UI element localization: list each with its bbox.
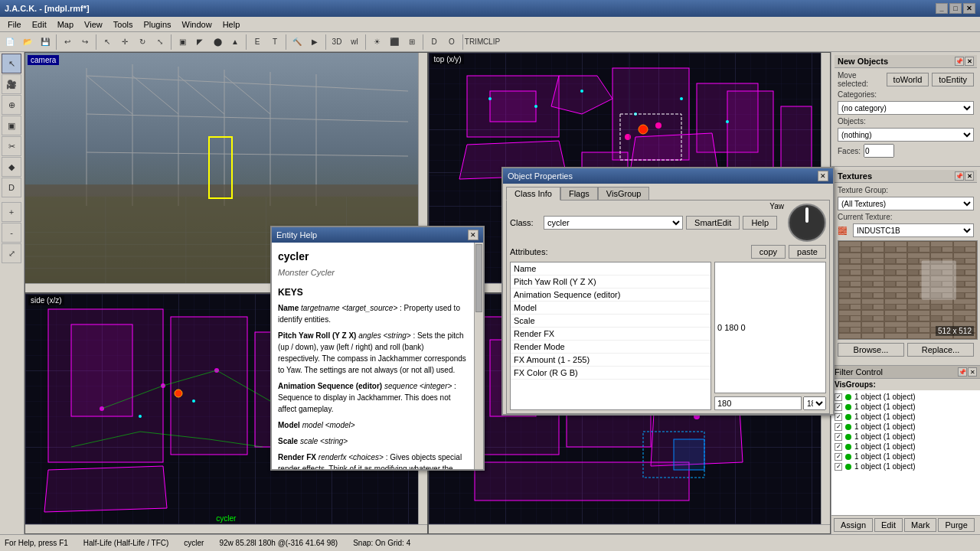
obj-props-close[interactable]: ✕ — [818, 171, 828, 181]
faces-input[interactable] — [864, 144, 894, 158]
undo-button[interactable]: ↩ — [59, 34, 76, 51]
spike-button[interactable]: ▲ — [227, 34, 243, 51]
paste-button[interactable]: paste — [789, 245, 826, 259]
run-button[interactable]: ▶ — [306, 34, 323, 51]
wire-toggle[interactable]: wl — [346, 34, 363, 51]
vertex-tool[interactable]: ◆ — [2, 157, 21, 177]
objects-select[interactable]: (nothing) — [838, 128, 974, 142]
minimize-button[interactable]: _ — [936, 3, 948, 14]
filter-check-5[interactable]: ✓ — [835, 433, 842, 441]
menu-map[interactable]: Map — [53, 18, 78, 31]
filter-check-6[interactable]: ✓ — [835, 443, 842, 451]
attr-fx-color[interactable]: FX Color (R G B) — [511, 367, 710, 380]
texture-lock-button[interactable]: T — [266, 34, 283, 51]
clip-tool[interactable]: ✂ — [2, 136, 21, 156]
scrollbar-thumb[interactable] — [475, 244, 482, 312]
entity-tool[interactable]: ⊕ — [2, 95, 21, 115]
attr-name[interactable]: Name — [511, 262, 710, 276]
current-texture-select[interactable]: INDUSTC1B — [853, 223, 974, 237]
menu-window[interactable]: Window — [178, 18, 217, 31]
attributes-list[interactable]: Name Pitch Yaw Roll (Y Z X) Animation Se… — [510, 262, 711, 410]
entity-help-titlebar[interactable]: Entity Help ✕ — [272, 227, 483, 243]
3d-toggle[interactable]: 3D — [328, 34, 345, 51]
trim-button[interactable]: TRIM — [466, 34, 482, 51]
save-file-button[interactable]: 💾 — [37, 34, 54, 51]
assign-button[interactable]: Assign — [834, 518, 873, 532]
filter-pin[interactable]: 📌 — [958, 367, 967, 377]
filter-list[interactable]: ✓ 1 object (1 object) ✓ 1 object (1 obje… — [831, 390, 980, 515]
camera-tool[interactable]: 🎥 — [2, 74, 21, 94]
new-objects-close[interactable]: ✕ — [965, 57, 974, 66]
new-objects-pin[interactable]: 📌 — [955, 57, 964, 66]
edit-filter-button[interactable]: Edit — [874, 518, 903, 532]
filter-check-8[interactable]: ✓ — [835, 463, 842, 471]
filter-check-4[interactable]: ✓ — [835, 423, 842, 431]
copy-button[interactable]: copy — [751, 245, 786, 259]
menu-help[interactable]: Help — [218, 18, 245, 31]
attr-rendermode[interactable]: Render Mode — [511, 341, 710, 354]
tab-visgroup[interactable]: VisGroup — [598, 187, 650, 200]
entity-help-close[interactable]: ✕ — [468, 230, 479, 240]
entity-help-scrollbar[interactable] — [474, 243, 483, 469]
close-button[interactable]: ✕ — [963, 3, 975, 14]
filter-item-8[interactable]: ✓ 1 object (1 object) — [833, 461, 978, 471]
filter-item-2[interactable]: ✓ 1 object (1 object) — [833, 402, 978, 412]
menu-view[interactable]: View — [80, 18, 107, 31]
zoom-out-button[interactable]: - — [2, 223, 21, 243]
light-button[interactable]: ☀ — [368, 34, 385, 51]
entity-help-content[interactable]: cycler Monster Cycler KEYS Name targetna… — [272, 243, 474, 469]
menu-edit[interactable]: Edit — [28, 18, 51, 31]
attr-pitch-yaw[interactable]: Pitch Yaw Roll (Y Z X) — [511, 276, 710, 289]
scale-button[interactable]: ⤡ — [152, 34, 168, 51]
rotate-button[interactable]: ↻ — [134, 34, 151, 51]
brush-tool[interactable]: ▣ — [2, 116, 21, 135]
decal-tool[interactable]: D — [2, 178, 21, 197]
wedge-button[interactable]: ◤ — [191, 34, 208, 51]
obj-props-titlebar[interactable]: Object Properties ✕ — [503, 168, 833, 184]
clip-button[interactable]: CLIP — [483, 34, 500, 51]
smart-edit-button[interactable]: SmartEdit — [686, 216, 740, 230]
categories-select[interactable]: (no category) — [838, 101, 974, 115]
filter-item-6[interactable]: ✓ 1 object (1 object) — [833, 442, 978, 452]
filter-item-7[interactable]: ✓ 1 object (1 object) — [833, 452, 978, 461]
yaw-compass[interactable] — [788, 204, 826, 242]
filter-check-2[interactable]: ✓ — [835, 403, 842, 411]
groups-button[interactable]: ⊞ — [403, 34, 420, 51]
entities-toggle[interactable]: ⬛ — [386, 34, 403, 51]
filter-item-5[interactable]: ✓ 1 object (1 object) — [833, 432, 978, 442]
filter-close[interactable]: ✕ — [968, 367, 977, 377]
attribute-value-input[interactable] — [714, 262, 826, 393]
decal-button[interactable]: D — [426, 34, 443, 51]
filter-check-7[interactable]: ✓ — [835, 453, 842, 461]
replace-texture-button[interactable]: Replace... — [907, 343, 974, 357]
zoom-in-button[interactable]: + — [2, 202, 21, 222]
tab-flags[interactable]: Flags — [560, 187, 598, 200]
filter-item-3[interactable]: ✓ 1 object (1 object) — [833, 412, 978, 422]
browse-texture-button[interactable]: Browse... — [838, 343, 904, 357]
filter-item-4[interactable]: ✓ 1 object (1 object) — [833, 422, 978, 432]
overlay-button[interactable]: O — [443, 34, 460, 51]
filter-item-1[interactable]: ✓ 1 object (1 object) — [833, 392, 978, 402]
selection-tool[interactable]: ↖ — [2, 54, 21, 73]
move-button[interactable]: ✛ — [116, 34, 133, 51]
to-world-button[interactable]: toWorld — [887, 73, 929, 86]
attr-model[interactable]: Model — [511, 302, 710, 315]
class-select[interactable]: cycler — [544, 216, 683, 230]
block-button[interactable]: ▣ — [174, 34, 191, 51]
purge-button[interactable]: Purge — [938, 518, 974, 532]
to-entity-button[interactable]: toEntity — [932, 73, 974, 86]
cylinder-button[interactable]: ⬤ — [209, 34, 226, 51]
texture-group-select[interactable]: (All Textures) — [838, 197, 974, 210]
textures-close[interactable]: ✕ — [965, 171, 974, 181]
attr-scale[interactable]: Scale — [511, 315, 710, 328]
compile-button[interactable]: 🔨 — [289, 34, 305, 51]
zoom-fit-button[interactable]: ⤢ — [2, 243, 21, 263]
redo-button[interactable]: ↪ — [77, 34, 93, 51]
new-file-button[interactable]: 📄 — [2, 34, 18, 51]
textures-pin[interactable]: 📌 — [955, 171, 964, 181]
attr-renderfx[interactable]: Render FX — [511, 328, 710, 341]
help-button[interactable]: Help — [743, 216, 777, 230]
filter-check-1[interactable]: ✓ — [835, 393, 842, 401]
select-button[interactable]: ↖ — [99, 34, 116, 51]
viewport-front-hscroll[interactable] — [429, 524, 831, 533]
